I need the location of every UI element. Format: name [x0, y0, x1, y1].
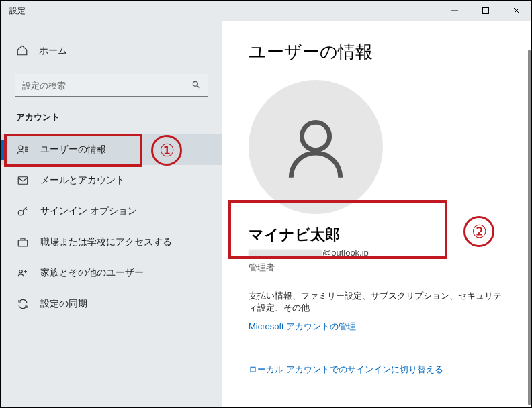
sidebar-item-label: 設定の同期 [40, 298, 87, 310]
switch-local-link[interactable]: ローカル アカウントでのサインインに切り替える [249, 364, 505, 376]
sidebar-home-label: ホーム [39, 45, 67, 57]
manage-account-link[interactable]: Microsoft アカウントの管理 [249, 321, 505, 333]
home-icon [16, 44, 30, 58]
search-box[interactable] [15, 74, 208, 97]
maximize-button[interactable] [470, 0, 501, 21]
sidebar-home[interactable]: ホーム [1, 40, 222, 62]
briefcase-icon [16, 236, 30, 248]
scrollbar[interactable] [528, 50, 531, 405]
sidebar-item-work-school[interactable]: 職場または学校にアクセスする [1, 227, 222, 258]
user-icon [279, 110, 353, 184]
sidebar-item-signin-options[interactable]: サインイン オプション [1, 196, 222, 227]
svg-rect-10 [18, 177, 28, 185]
email-redacted [249, 250, 322, 258]
sidebar-item-label: ユーザーの情報 [40, 144, 106, 156]
sidebar: ホーム アカウント ユーザーの情報 メールとアカウント サインイン オプショ [0, 21, 222, 408]
sidebar-item-label: 家族とその他のユーザー [40, 267, 144, 279]
sync-icon [16, 298, 30, 310]
close-button[interactable] [501, 0, 532, 21]
svg-rect-1 [483, 8, 489, 14]
window-title: 設定 [9, 5, 26, 17]
key-icon [16, 205, 30, 217]
svg-point-4 [193, 81, 197, 86]
sidebar-item-sync-settings[interactable]: 設定の同期 [1, 289, 222, 319]
content-area: ユーザーの情報 マイナビ太郎 @outlook.jp 管理者 支払い情報、ファミ… [222, 21, 532, 408]
sidebar-item-label: 職場または学校にアクセスする [40, 236, 172, 248]
user-info-icon [16, 144, 30, 156]
svg-line-5 [197, 85, 200, 88]
page-title: ユーザーの情報 [249, 40, 505, 64]
search-input[interactable] [22, 81, 191, 91]
sidebar-item-family-other[interactable]: 家族とその他のユーザー [1, 258, 222, 289]
titlebar: 設定 [0, 0, 532, 21]
account-desc: 支払い情報、ファミリー設定、サブスクリプション、セキュリティ設定、その他 [249, 290, 505, 314]
display-name: マイナビ太郎 [249, 225, 505, 245]
people-icon [16, 267, 30, 279]
sidebar-item-label: サインイン オプション [40, 205, 137, 217]
avatar [249, 80, 383, 214]
svg-rect-12 [18, 240, 28, 246]
role-label: 管理者 [249, 262, 505, 274]
email-suffix: @outlook.jp [322, 248, 369, 258]
sidebar-item-user-info[interactable]: ユーザーの情報 [1, 134, 222, 165]
svg-point-16 [302, 122, 329, 150]
minimize-button[interactable] [439, 0, 470, 21]
sidebar-item-label: メールとアカウント [40, 174, 125, 187]
svg-point-11 [18, 211, 24, 216]
search-icon [191, 80, 201, 91]
mail-icon [16, 174, 30, 187]
email-line: @outlook.jp [249, 248, 505, 258]
user-info-block: マイナビ太郎 @outlook.jp 管理者 [249, 225, 505, 274]
sidebar-category: アカウント [1, 111, 222, 123]
svg-point-13 [19, 270, 23, 274]
svg-point-6 [19, 146, 23, 150]
sidebar-item-email-accounts[interactable]: メールとアカウント [1, 165, 222, 196]
